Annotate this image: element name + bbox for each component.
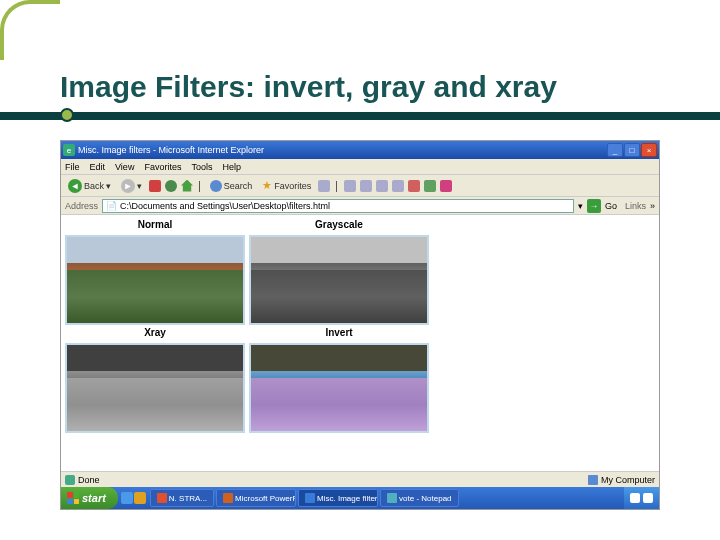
status-bar: Done My Computer: [61, 471, 659, 487]
history-button[interactable]: [318, 180, 330, 192]
image-grid: Normal Grayscale Xray Invert: [65, 219, 655, 433]
image-xray: [65, 343, 245, 433]
menu-file[interactable]: File: [65, 162, 80, 172]
home-button[interactable]: [181, 180, 193, 192]
print-button[interactable]: [360, 180, 372, 192]
computer-icon: [588, 475, 598, 485]
done-icon: [65, 475, 75, 485]
refresh-button[interactable]: [165, 180, 177, 192]
toolbar-ext-3[interactable]: [440, 180, 452, 192]
toolbar-ext-1[interactable]: [408, 180, 420, 192]
task-label: Misc. Image filters...: [317, 494, 378, 503]
window-title: Misc. Image filters - Microsoft Internet…: [78, 145, 606, 155]
system-tray[interactable]: [624, 487, 659, 509]
task-item-2[interactable]: Microsoft PowerP...: [216, 489, 296, 507]
windows-logo-icon: [67, 492, 79, 504]
image-grayscale: [249, 235, 429, 325]
task-item-3[interactable]: Misc. Image filters...: [298, 489, 378, 507]
image-normal: [65, 235, 245, 325]
search-button[interactable]: Search: [207, 179, 256, 193]
zone-text: My Computer: [601, 475, 655, 485]
taskbar: start N. STRA... Microsoft PowerP... Mis…: [61, 487, 659, 509]
chevron-down-icon: ▾: [106, 181, 111, 191]
status-text: Done: [78, 475, 100, 485]
image-invert: [249, 343, 429, 433]
favorites-label: Favorites: [274, 181, 311, 191]
page-icon: 📄: [106, 201, 117, 211]
chevron-down-icon: ▾: [137, 181, 142, 191]
go-button[interactable]: →: [587, 199, 601, 213]
label-normal: Normal: [65, 219, 245, 233]
address-input[interactable]: 📄 C:\Documents and Settings\User\Desktop…: [102, 199, 574, 213]
task-icon: [387, 493, 397, 503]
tray-icon[interactable]: [643, 493, 653, 503]
menu-edit[interactable]: Edit: [90, 162, 106, 172]
star-icon: ★: [262, 179, 272, 192]
minimize-button[interactable]: _: [607, 143, 623, 157]
menu-help[interactable]: Help: [222, 162, 241, 172]
browser-window: e Misc. Image filters - Microsoft Intern…: [60, 140, 660, 510]
slide-accent-bar: [0, 112, 720, 120]
task-item-1[interactable]: N. STRA...: [150, 489, 214, 507]
ie-icon: e: [63, 144, 75, 156]
menu-tools[interactable]: Tools: [191, 162, 212, 172]
slide-title: Image Filters: invert, gray and xray: [60, 70, 557, 104]
address-label: Address: [65, 201, 98, 211]
slide-accent-dot: [60, 108, 74, 122]
task-icon: [305, 493, 315, 503]
tray-icon[interactable]: [630, 493, 640, 503]
links-chevron-icon[interactable]: »: [650, 201, 655, 211]
slide-corner-accent: [0, 0, 60, 60]
menu-favorites[interactable]: Favorites: [144, 162, 181, 172]
start-button[interactable]: start: [61, 487, 118, 509]
mail-button[interactable]: [344, 180, 356, 192]
start-label: start: [82, 492, 106, 504]
label-xray: Xray: [65, 327, 245, 341]
stop-button[interactable]: [149, 180, 161, 192]
back-button[interactable]: ◄ Back ▾: [65, 178, 114, 194]
content-area: Normal Grayscale Xray Invert: [61, 215, 659, 455]
separator: │: [197, 181, 203, 191]
toolbar-ext-2[interactable]: [424, 180, 436, 192]
address-value: C:\Documents and Settings\User\Desktop\f…: [120, 201, 330, 211]
menubar: File Edit View Favorites Tools Help: [61, 159, 659, 175]
task-label: Microsoft PowerP...: [235, 494, 296, 503]
menu-view[interactable]: View: [115, 162, 134, 172]
search-label: Search: [224, 181, 253, 191]
task-icon: [223, 493, 233, 503]
close-button[interactable]: ×: [641, 143, 657, 157]
forward-button[interactable]: ► ▾: [118, 178, 145, 194]
task-icon: [157, 493, 167, 503]
discuss-button[interactable]: [392, 180, 404, 192]
chevron-down-icon[interactable]: ▾: [578, 201, 583, 211]
task-item-4[interactable]: vote - Notepad: [380, 489, 458, 507]
task-label: N. STRA...: [169, 494, 207, 503]
edit-button[interactable]: [376, 180, 388, 192]
back-icon: ◄: [68, 179, 82, 193]
back-label: Back: [84, 181, 104, 191]
separator: │: [334, 181, 340, 191]
forward-icon: ►: [121, 179, 135, 193]
favorites-button[interactable]: ★ Favorites: [259, 178, 314, 193]
go-label: Go: [605, 201, 617, 211]
links-label[interactable]: Links: [625, 201, 646, 211]
quick-launch: [121, 492, 146, 504]
label-invert: Invert: [249, 327, 429, 341]
search-icon: [210, 180, 222, 192]
ql-desktop-icon[interactable]: [134, 492, 146, 504]
task-label: vote - Notepad: [399, 494, 451, 503]
maximize-button[interactable]: □: [624, 143, 640, 157]
titlebar[interactable]: e Misc. Image filters - Microsoft Intern…: [61, 141, 659, 159]
label-grayscale: Grayscale: [249, 219, 429, 233]
toolbar: ◄ Back ▾ ► ▾ │ Search ★ Favorites │: [61, 175, 659, 197]
address-bar: Address 📄 C:\Documents and Settings\User…: [61, 197, 659, 215]
ql-ie-icon[interactable]: [121, 492, 133, 504]
